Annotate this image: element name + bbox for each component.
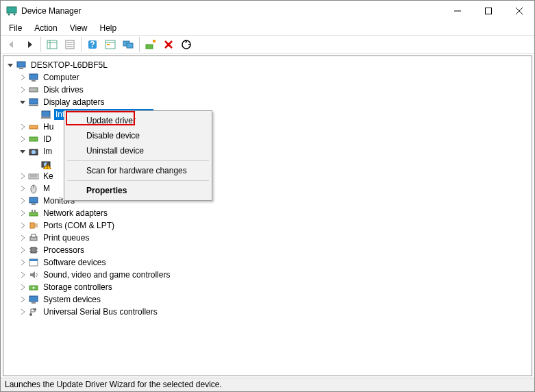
uninstall-button[interactable] [160,37,177,52]
monitor-icon [28,195,39,206]
context-properties[interactable]: Properties [66,183,210,198]
menu-file[interactable]: File [3,22,27,34]
svg-rect-58 [32,234,36,237]
usb-icon [28,121,39,132]
showhide-button[interactable] [44,37,60,52]
tree-node-diskdrives[interactable]: Disk drives [3,84,532,96]
camera-warning-icon: ! [40,158,51,169]
window-title: Device Manager [21,6,81,16]
svg-rect-48 [29,197,38,203]
svg-rect-59 [31,247,36,253]
toolbar: ? [1,35,534,54]
svg-point-39 [32,150,36,154]
chevron-right-icon[interactable] [18,197,27,205]
svg-point-1 [8,14,10,16]
chevron-right-icon[interactable] [18,234,27,242]
svg-rect-34 [42,111,50,117]
computers-button[interactable] [120,37,136,52]
addlegacy-button[interactable] [142,37,159,52]
tree-node-software[interactable]: Software devices [3,256,532,269]
tree-node-displayadapters[interactable]: Display adapters [3,96,532,108]
tree-item-label: Ke [42,171,55,182]
cpu-icon [28,245,39,256]
chevron-right-icon[interactable] [18,73,27,82]
svg-rect-49 [32,204,36,205]
menu-view[interactable]: View [64,22,93,34]
chevron-right-icon[interactable] [18,135,27,143]
chevron-down-icon[interactable] [18,147,27,156]
chevron-right-icon[interactable] [18,209,27,217]
chevron-down-icon[interactable] [6,61,14,69]
svg-rect-37 [29,137,38,141]
tree-node-system[interactable]: System devices [3,293,532,306]
svg-rect-21 [146,45,153,49]
close-button[interactable] [503,1,534,21]
chevron-down-icon[interactable] [18,98,27,106]
maximize-button[interactable] [473,1,503,21]
chevron-right-icon[interactable] [18,258,27,267]
chevron-right-icon[interactable] [18,283,27,291]
svg-rect-35 [41,117,51,119]
tree-item-label: Print queues [42,232,90,243]
svg-rect-7 [47,40,57,49]
scan-button[interactable] [178,37,195,52]
chevron-right-icon[interactable] [18,308,27,316]
app-icon [6,5,17,16]
svg-rect-51 [32,210,33,212]
svg-rect-65 [29,259,38,261]
svg-rect-32 [29,99,38,104]
chevron-right-icon[interactable] [18,184,27,193]
chevron-right-icon[interactable] [18,246,27,254]
context-separator [67,180,209,181]
menu-help[interactable]: Help [95,22,123,34]
tree-item-label: Computer [42,72,81,83]
tree-item-label: Storage controllers [42,282,114,293]
tree-node-storage[interactable]: Storage controllers [3,281,532,293]
status-bar: Launches the Update Driver Wizard for th… [1,378,534,391]
chevron-right-icon[interactable] [18,86,27,94]
svg-rect-20 [127,43,133,48]
tree-item-label: Im [42,146,53,157]
tree-node-sound[interactable]: Sound, video and game controllers [3,269,532,281]
device-tree[interactable]: DESKTOP-L6DBF5L Computer Disk drives Dis… [3,56,532,376]
tree-node-usb[interactable]: Universal Serial Bus controllers [3,306,532,318]
display-adapter-icon [40,109,51,120]
tree-node-ports[interactable]: Ports (COM & LPT) [3,219,532,232]
svg-rect-26 [17,62,25,67]
tree-node-processors[interactable]: Processors [3,244,532,256]
context-scan-hardware[interactable]: Scan for hardware changes [66,163,210,178]
context-disable-device[interactable]: Disable device [66,128,210,143]
tree-item-label: Hu [42,121,55,132]
svg-rect-33 [29,105,38,106]
tree-node-network[interactable]: Network adapters [3,207,532,219]
minimize-button[interactable] [442,1,473,21]
svg-rect-4 [485,8,491,14]
monitor-icon [28,72,39,83]
back-button[interactable] [3,37,20,52]
tree-node-printqueues[interactable]: Print queues [3,232,532,244]
svg-point-31 [36,89,37,90]
tree-item-label: ID [42,134,53,145]
svg-rect-27 [19,68,23,69]
tree-node-computer[interactable]: Computer [3,71,532,84]
properties-button[interactable] [62,37,78,52]
network-icon [28,208,39,219]
svg-rect-50 [29,212,38,216]
chevron-right-icon[interactable] [18,123,27,131]
storage-icon [28,282,39,293]
tree-root[interactable]: DESKTOP-L6DBF5L [3,59,532,71]
svg-rect-29 [32,80,36,82]
chevron-right-icon[interactable] [18,221,27,230]
chevron-right-icon[interactable] [18,172,27,180]
help-button[interactable]: ? [84,37,101,52]
forward-button[interactable] [21,37,38,52]
menu-action[interactable]: Action [29,22,62,34]
svg-rect-71 [34,308,36,310]
chevron-right-icon[interactable] [18,295,27,304]
software-icon [28,257,39,268]
svg-rect-36 [29,125,38,129]
actioncenter-button[interactable] [102,37,119,52]
keyboard-icon [28,171,39,182]
context-uninstall-device[interactable]: Uninstall device [66,143,210,158]
chevron-right-icon[interactable] [18,271,27,279]
